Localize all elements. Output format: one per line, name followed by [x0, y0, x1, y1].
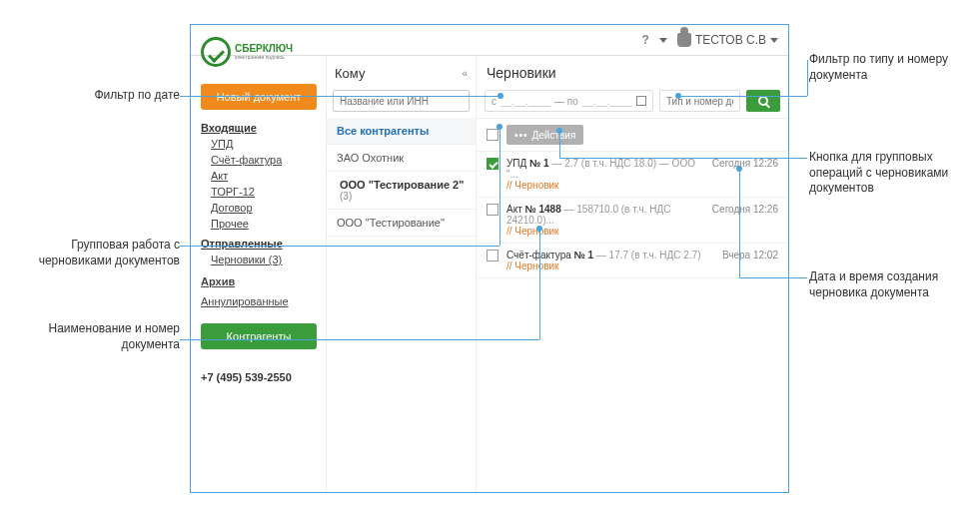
pointer-dot: [736, 166, 742, 172]
doc-checkbox[interactable]: [487, 158, 498, 170]
callout-type-num-filter: Фильтр по типу и номеру документа: [809, 52, 959, 83]
counterparty-search: [333, 90, 470, 112]
doc-title: УПД № 1 — 2.7 (в т.ч. НДС 18.0) — ООО ".…: [506, 158, 704, 180]
counterparty-header-label: Кому: [335, 66, 365, 81]
pointer-line: [559, 130, 560, 158]
nav-outgoing-title[interactable]: Отправленные: [201, 238, 318, 250]
doc-number: № 1: [529, 158, 549, 169]
doc-checkbox[interactable]: [487, 204, 498, 216]
user-icon: [677, 33, 691, 47]
help-icon[interactable]: ?: [642, 33, 649, 47]
user-chevron-down-icon: [770, 38, 778, 43]
date-filter[interactable]: с __.__.____ — по __.__.____: [485, 90, 653, 112]
counterparty-search-input[interactable]: [333, 90, 470, 112]
nav-item-contract[interactable]: Договор: [201, 200, 318, 216]
counterparty-item-2[interactable]: ООО "Тестирование 2" (3): [327, 172, 476, 210]
pointer-line: [807, 60, 808, 96]
dots-icon: •••: [514, 130, 528, 141]
counterparty-item-2-count: (3): [340, 191, 466, 202]
user-menu[interactable]: ТЕСТОВ С.В: [677, 33, 778, 47]
callout-doc-name-num: Наименование и номер документа: [20, 321, 180, 352]
collapse-icon[interactable]: «: [462, 68, 468, 79]
nav-item-upd[interactable]: УПД: [201, 136, 318, 152]
pointer-line: [539, 228, 540, 339]
doc-timestamp: Вчера 12:02: [722, 250, 778, 260]
nav-item-other[interactable]: Прочее: [201, 216, 318, 232]
pointer-line: [180, 246, 499, 247]
doc-main: УПД № 1 — 2.7 (в т.ч. НДС 18.0) — ООО ".…: [506, 158, 704, 191]
doc-timestamp: Сегодня 12:26: [712, 158, 778, 169]
body-area: СБЕРКЛЮЧ электронная подпись Новый докум…: [191, 55, 788, 492]
documents-header: Черновики: [477, 56, 788, 90]
counterparty-item-3[interactable]: ООО "Тестирование": [327, 210, 476, 237]
callout-group-work: Групповая работа с черновиками документо…: [20, 238, 180, 268]
pointer-line: [180, 96, 499, 97]
doc-timestamp: Сегодня 12:26: [712, 204, 778, 215]
counterparty-header: Кому «: [327, 56, 476, 90]
pointer-dot: [556, 128, 562, 134]
pointer-line: [180, 339, 539, 340]
search-button[interactable]: [746, 90, 780, 112]
pointer-dot: [496, 124, 502, 130]
date-from-prefix: с: [491, 96, 496, 107]
doc-main: Счёт-фактура № 1 — 17.7 (в т.ч. НДС 2.7)…: [506, 250, 714, 271]
document-list: УПД № 1 — 2.7 (в т.ч. НДС 18.0) — ООО ".…: [477, 152, 788, 492]
nav-item-torg12[interactable]: ТОРГ-12: [201, 184, 318, 200]
counterparty-item-all[interactable]: Все контрагенты: [327, 118, 476, 145]
bulk-actions-button[interactable]: ••• Действия: [506, 125, 583, 145]
nav-item-archive[interactable]: Архив: [201, 273, 318, 289]
nav-item-invoice[interactable]: Счёт-фактура: [201, 152, 318, 168]
counterparties-button[interactable]: Контрагенты: [201, 323, 317, 349]
doc-number: № 1488: [525, 204, 561, 215]
pointer-line: [739, 277, 807, 278]
logo: СБЕРКЛЮЧ электронная подпись: [201, 34, 319, 70]
type-filter: [659, 90, 740, 112]
doc-type: УПД: [506, 158, 526, 169]
doc-title: Счёт-фактура № 1 — 17.7 (в т.ч. НДС 2.7): [506, 250, 714, 260]
actions-row: ••• Действия: [477, 118, 788, 152]
nav-incoming-title[interactable]: Входящие: [201, 122, 318, 134]
doc-main: Акт № 1488 — 158710.0 (в т.ч. НДС 24210.…: [506, 204, 704, 237]
new-document-button[interactable]: Новый документ: [201, 84, 317, 110]
nav-outgoing: Отправленные Черновики (3): [201, 238, 318, 267]
doc-draft-badge: // Черновик: [506, 260, 714, 271]
date-sep: — по: [554, 96, 578, 107]
nav-item-drafts[interactable]: Черновики (3): [201, 252, 318, 267]
callout-group-ops-btn: Кнопка для групповых операций с черновик…: [809, 150, 969, 197]
nav-item-akt[interactable]: Акт: [201, 168, 318, 184]
pointer-line: [499, 126, 500, 246]
calendar-icon[interactable]: [636, 96, 646, 106]
doc-type: Акт: [506, 204, 522, 215]
date-from-field[interactable]: __.__.____: [500, 96, 550, 107]
documents-panel: Черновики с __.__.____ — по __.__.____: [477, 56, 788, 492]
search-icon: [758, 96, 768, 106]
pointer-dot: [536, 226, 542, 232]
doc-title: Акт № 1488 — 158710.0 (в т.ч. НДС 24210.…: [506, 204, 704, 226]
doc-number: № 1: [574, 250, 594, 260]
nav-item-voided[interactable]: Аннулированные: [201, 293, 318, 309]
pointer-line: [679, 96, 807, 97]
user-name: ТЕСТОВ С.В: [695, 33, 766, 47]
help-chevron-down-icon[interactable]: [659, 38, 667, 43]
type-filter-input[interactable]: [659, 90, 740, 112]
counterparty-item-1[interactable]: ЗАО Охотник: [327, 145, 476, 172]
support-phone: +7 (495) 539-2550: [201, 371, 318, 383]
doc-meta: — 17.7 (в т.ч. НДС 2.7): [596, 250, 701, 260]
callout-doc-datetime: Дата и время создания черновика документ…: [809, 269, 959, 300]
doc-draft-badge: // Черновик: [506, 180, 704, 191]
document-row[interactable]: Акт № 1488 — 158710.0 (в т.ч. НДС 24210.…: [477, 198, 788, 244]
doc-checkbox[interactable]: [487, 250, 498, 261]
date-to-field[interactable]: __.__.____: [582, 96, 632, 107]
bulk-actions-label: Действия: [532, 130, 576, 141]
pointer-dot: [675, 93, 681, 99]
logo-mark-icon: [201, 37, 231, 67]
nav-incoming: Входящие УПД Счёт-фактура Акт ТОРГ-12 До…: [201, 122, 318, 232]
sidebar: СБЕРКЛЮЧ электронная подпись Новый докум…: [191, 56, 327, 492]
document-row[interactable]: Счёт-фактура № 1 — 17.7 (в т.ч. НДС 2.7)…: [477, 244, 788, 278]
pointer-dot: [497, 93, 503, 99]
logo-brand: СБЕРКЛЮЧ: [235, 44, 293, 54]
logo-tagline: электронная подпись: [235, 54, 293, 60]
counterparty-item-2-label: ООО "Тестирование 2": [340, 179, 464, 191]
select-all-checkbox[interactable]: [487, 129, 498, 141]
counterparty-panel: Кому « Все контрагенты ЗАО Охотник ООО "…: [327, 56, 477, 492]
